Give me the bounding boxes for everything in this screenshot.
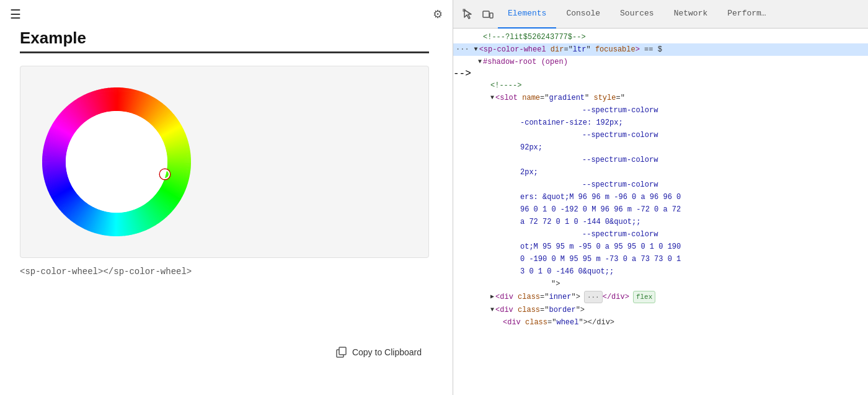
top-bar: ☰ ⚙ <box>0 0 453 29</box>
dom-line-spectrum3: --spectrum-colorw <box>453 154 868 166</box>
dom-line-spectrum1: --spectrum-colorw <box>453 104 868 117</box>
color-wheel-wrapper: .wheel-arc { stroke-width: 38; fill: non… <box>33 78 200 246</box>
color-wheel-container: .wheel-arc { stroke-width: 38; fill: non… <box>20 66 429 258</box>
hamburger-icon[interactable]: ☰ <box>10 7 21 22</box>
svg-marker-366 <box>464 10 471 19</box>
color-wheel-canvas[interactable]: .wheel-arc { stroke-width: 38; fill: non… <box>33 78 200 246</box>
svg-rect-365 <box>339 347 346 355</box>
example-section: Example <box>0 29 453 277</box>
triangle-slot[interactable]: ▼ <box>490 92 494 104</box>
dom-line-sp-color-wheel[interactable]: ··· ▼ <sp-color-wheel dir =" ltr " focus… <box>453 43 868 56</box>
dom-line-spectrum2: --spectrum-colorw <box>453 129 868 141</box>
gear-icon[interactable]: ⚙ <box>433 7 443 21</box>
inspect-icon-svg <box>463 9 474 20</box>
triangle-border[interactable]: ▼ <box>490 304 494 316</box>
tab-elements[interactable]: Elements <box>498 0 556 29</box>
device-icon-svg <box>482 9 494 20</box>
dom-line-slot: ▼ <slot name =" gradient " style =" <box>453 92 868 104</box>
dom-line-ot: ot;M 95 95 m -95 0 a 95 95 0 1 0 190 <box>453 241 868 253</box>
dom-line-path1: 96 0 1 0 -192 0 M 96 96 m -72 0 a 72 <box>453 203 868 216</box>
devtools-panel: Elements Console Sources Network Perform… <box>453 0 868 395</box>
copy-clipboard-button[interactable]: Copy to Clipboard <box>336 347 422 358</box>
device-icon[interactable] <box>478 4 498 24</box>
svg-rect-369 <box>490 13 493 18</box>
tab-performance[interactable]: Perform… <box>717 0 776 29</box>
dom-line-div-wheel[interactable]: <div class =" wheel "></div> <box>453 316 868 329</box>
example-title: Example <box>20 29 433 48</box>
flex-badge[interactable]: flex <box>633 291 655 303</box>
dom-line-div-border[interactable]: ▼ <div class =" border "> <box>453 304 868 316</box>
dom-line-close-quote: "> <box>453 278 868 290</box>
tab-console[interactable]: Console <box>556 0 610 29</box>
dom-line-path4: 3 0 1 0 -146 0&quot;; <box>453 265 868 278</box>
triangle-inner[interactable]: ▶ <box>490 291 494 303</box>
dom-line-ers: ers: &quot;M 96 96 m -96 0 a 96 96 0 <box>453 191 868 203</box>
copy-icon <box>336 347 347 358</box>
copy-button-label: Copy to Clipboard <box>352 347 422 357</box>
color-wheel-handle[interactable] <box>160 169 170 179</box>
dom-line-shadow-root: ▼ #shadow-root (open) <box>453 56 868 68</box>
ellipsis-badge[interactable]: ··· <box>584 291 603 303</box>
dom-line-div-inner[interactable]: ▶ <div class =" inner "> ··· </div> flex <box>453 290 868 304</box>
dom-line-path2: a 72 72 0 1 0 -144 0&quot;; <box>453 216 868 228</box>
dom-line-92px: 92px; <box>453 141 868 154</box>
devtools-tabs: Elements Console Sources Network Perform… <box>453 0 868 29</box>
dom-line-2px: 2px; <box>453 166 868 179</box>
triangle-shadow[interactable]: ▼ <box>478 56 482 68</box>
tab-sources[interactable]: Sources <box>610 0 664 29</box>
example-divider <box>20 51 429 53</box>
dom-line-container-size: -container-size: 192px; <box>453 117 868 129</box>
svg-rect-368 <box>483 11 489 17</box>
dom-line-spectrum4: --spectrum-colorw <box>453 179 868 191</box>
tab-network[interactable]: Network <box>664 0 718 29</box>
dom-line-path3: 0 -190 0 M 95 95 m -73 0 a 73 73 0 1 <box>453 253 868 265</box>
cursor-icon[interactable] <box>458 4 478 24</box>
three-dots-menu[interactable]: ··· <box>456 44 469 55</box>
devtools-dom-content: <!---?lit$526243777$--> ··· ▼ <sp-color-… <box>453 29 868 395</box>
dom-line-comment1: <!---?lit$526243777$--> <box>453 31 868 43</box>
dom-line-spectrum5: --spectrum-colorw <box>453 228 868 241</box>
svg-point-363 <box>66 111 167 213</box>
left-panel: ☰ ⚙ Example <box>0 0 453 395</box>
dom-line-comment2: <!----> <box>453 79 868 92</box>
code-tag: <sp-color-wheel></sp-color-wheel> <box>20 267 433 277</box>
triangle-collapse[interactable]: ▼ <box>474 44 478 55</box>
